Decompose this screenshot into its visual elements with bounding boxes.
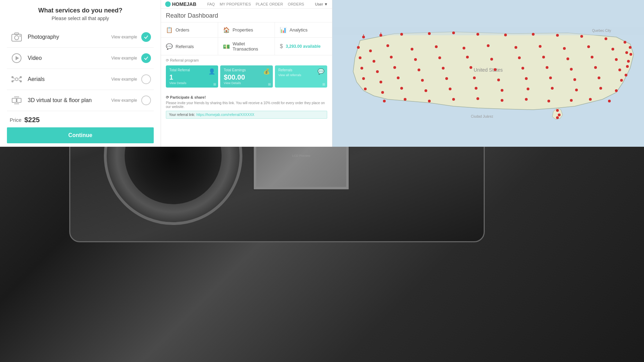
view-example-aerials[interactable]: View example (111, 77, 137, 82)
svg-point-14 (20, 80, 22, 82)
user-menu[interactable]: User ▼ (315, 2, 328, 6)
svg-point-77 (625, 74, 627, 76)
svg-point-84 (497, 79, 500, 81)
nav-grid-row2: 💬 Referrals 💵 Wallet Transactions $ 3,29… (161, 38, 332, 55)
svg-point-83 (473, 76, 476, 79)
svg-point-29 (476, 33, 479, 36)
analytics-label: Analytics (289, 27, 307, 33)
referral-card-earnings: Total Earnings $00.00 💰 View Details ⊞ (220, 65, 272, 88)
svg-point-11 (11, 76, 14, 78)
nav-referrals[interactable]: 💬 Referrals (161, 38, 218, 55)
nav-orders[interactable]: ORDERS (288, 2, 304, 6)
earnings-link[interactable]: View Details (224, 81, 269, 85)
svg-rect-2 (15, 33, 19, 35)
svg-point-1 (15, 36, 19, 40)
participate-desc: Please invite your friends by sharing th… (166, 101, 327, 109)
svg-point-45 (515, 46, 517, 49)
service-name-aerials: Aerials (28, 76, 111, 82)
svg-point-86 (549, 76, 552, 79)
analytics-icon: 📊 (280, 27, 287, 33)
svg-point-107 (501, 99, 503, 102)
referrals-card-label: Referrals (278, 68, 324, 72)
svg-point-64 (626, 65, 629, 68)
svg-point-113 (556, 109, 559, 112)
properties-icon: 🏠 (223, 27, 230, 33)
service-item-photography[interactable]: Photography View example (7, 27, 154, 48)
svg-point-80 (397, 76, 400, 79)
orders-icon: 📋 (166, 27, 173, 33)
svg-point-30 (504, 34, 507, 36)
expand-icon-2: ⊞ (322, 82, 325, 86)
map-container: United States Quebec City Ciudad Juárez (332, 0, 644, 147)
referral-link[interactable]: https://homejab.com/referral/XXXXXX (196, 113, 254, 117)
svg-point-60 (542, 56, 545, 58)
referrals-icon: 💬 (166, 43, 173, 50)
svg-point-110 (570, 99, 573, 102)
continue-button[interactable]: Continue (7, 127, 154, 143)
expand-icon-0: ⊞ (213, 82, 216, 86)
svg-point-24 (362, 36, 365, 38)
view-example-video[interactable]: View example (111, 56, 137, 61)
panel-subtitle: Please select all that apply (7, 16, 154, 21)
svg-point-87 (573, 78, 576, 81)
svg-point-63 (615, 58, 618, 61)
dollar-icon: $ (280, 43, 283, 49)
participate-title: ⟳ Participate & share! (166, 95, 327, 100)
svg-point-88 (598, 76, 600, 79)
svg-point-109 (547, 100, 550, 102)
check-photography[interactable] (141, 32, 151, 42)
referral-card-referrals: Referrals 💬 View all referrals ⊞ (275, 65, 327, 88)
svg-point-90 (364, 88, 367, 90)
nav-properties[interactable]: 🏠 Properties (218, 22, 275, 37)
referral-section: ⟳ Referral program Total Referral 1 👤 Vi… (161, 55, 332, 93)
view-example-photography[interactable]: View example (111, 35, 137, 39)
svg-point-76 (618, 69, 621, 71)
svg-point-111 (589, 98, 592, 101)
svg-point-66 (376, 70, 379, 73)
view-example-3d[interactable]: View example (111, 98, 137, 103)
check-video[interactable] (141, 53, 151, 63)
svg-point-82 (445, 77, 448, 80)
svg-point-6 (15, 78, 18, 81)
nav-properties[interactable]: MY PROPERTIES (220, 2, 251, 6)
svg-point-56 (438, 56, 441, 59)
total-referral-link[interactable]: View Details (169, 81, 215, 85)
dashboard-header: HOMEJAB FAQ MY PROPERTIES PLACE ORDER OR… (161, 0, 332, 9)
svg-point-78 (362, 77, 365, 80)
total-referral-icon: 👤 (208, 68, 215, 75)
service-item-video[interactable]: Video View example (7, 48, 154, 69)
nav-faq[interactable]: FAQ (207, 2, 215, 6)
referral-program-header: ⟳ Referral program (166, 58, 327, 63)
nav-analytics[interactable]: 📊 Analytics (275, 22, 332, 37)
svg-point-69 (442, 67, 445, 70)
orders-label: Orders (176, 27, 189, 33)
referral-link-prefix: Your referral link: (169, 113, 195, 117)
service-item-3d[interactable]: 3D virtual tour & floor plan View exampl… (7, 90, 154, 111)
total-earnings-label: Total Earnings (224, 68, 269, 72)
svg-point-73 (546, 66, 548, 69)
check-aerials[interactable] (141, 74, 151, 84)
video-icon (10, 51, 24, 65)
svg-point-72 (521, 67, 524, 70)
svg-point-112 (608, 100, 611, 102)
referrals-card-link[interactable]: View all referrals (278, 73, 324, 77)
service-name-video: Video (28, 55, 111, 61)
svg-point-102 (383, 100, 386, 102)
nav-orders[interactable]: 📋 Orders (161, 22, 218, 37)
svg-point-12 (20, 76, 22, 78)
dashboard-title: Realtor Dashboard (161, 9, 332, 22)
svg-point-57 (466, 56, 469, 58)
total-earnings-value: $00.00 (224, 73, 269, 81)
nav-place-order[interactable]: PLACE ORDER (256, 2, 283, 6)
svg-rect-15 (12, 98, 16, 102)
nav-wallet[interactable]: 💵 Wallet Transactions (218, 38, 275, 55)
svg-point-100 (599, 87, 602, 90)
svg-point-42 (435, 45, 438, 48)
total-referral-label: Total Referral (169, 68, 215, 72)
check-3d[interactable] (141, 96, 151, 105)
service-item-aerials[interactable]: Aerials View example (7, 69, 154, 90)
expand-icon-1: ⊞ (268, 82, 271, 86)
svg-point-41 (411, 48, 413, 51)
referrals-label: Referrals (176, 44, 194, 49)
svg-point-101 (615, 89, 618, 92)
